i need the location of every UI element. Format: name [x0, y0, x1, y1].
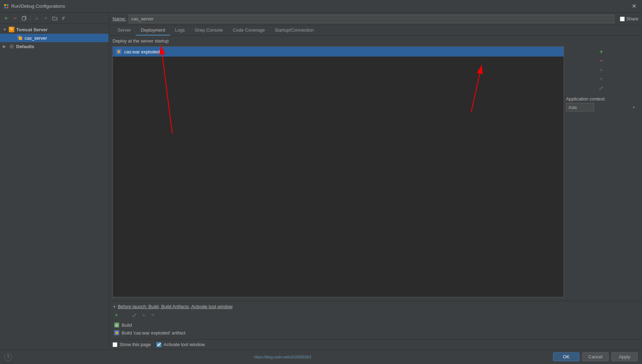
sidebar-item-tomcat-label: Tomcat Server	[16, 27, 106, 32]
sidebar-separator	[30, 15, 31, 21]
app-context-label: Application context:	[566, 96, 636, 102]
move-down-button[interactable]	[42, 14, 50, 22]
build-artifact-icon	[114, 330, 120, 336]
footer: ? https://blog.csdn.net/u010558263 OK Ca…	[0, 349, 642, 364]
sidebar-item-cas-server[interactable]: cas_server	[0, 34, 109, 42]
svg-rect-3	[7, 7, 8, 8]
svg-rect-12	[19, 37, 22, 40]
sidebar: + −	[0, 13, 109, 349]
svg-rect-1	[7, 4, 8, 6]
sidebar-item-cas-label: cas_server	[25, 35, 106, 41]
show-page-label: Show this page	[120, 342, 151, 347]
share-label-text: Share	[626, 16, 638, 21]
move-up-button[interactable]	[33, 14, 40, 22]
defaults-icon	[8, 43, 15, 50]
deploy-item-cas-war[interactable]: cas:war exploded	[113, 47, 564, 57]
sidebar-item-defaults-label: Defaults	[16, 44, 106, 49]
sidebar-item-defaults[interactable]: ▶ Defaults	[0, 42, 109, 51]
content-area: Name: Share Server Deployment Logs Grep …	[109, 13, 642, 349]
bl-add-button[interactable]: +	[113, 311, 120, 319]
war-icon	[116, 48, 122, 55]
share-option: Share	[620, 16, 638, 21]
tab-code-coverage[interactable]: Code Coverage	[228, 25, 270, 35]
tab-startup-connection[interactable]: Startup/Connection	[270, 25, 319, 35]
bl-remove-button[interactable]: −	[122, 311, 129, 319]
footer-url: https://blog.csdn.net/u010558263	[254, 355, 311, 359]
bl-edit-button[interactable]	[131, 311, 139, 319]
before-launch-header: ▼ Before launch: Build, Build Artifacts,…	[113, 304, 638, 309]
config-tree: ▼ T Tomcat Server cas_server	[0, 24, 109, 349]
svg-rect-2	[4, 7, 6, 8]
before-launch-title[interactable]: Before launch: Build, Build Artifacts, A…	[118, 304, 233, 309]
bl-item-artifact-label: Build 'cas:war exploded' artifact	[122, 330, 185, 336]
build-icon: B	[114, 322, 120, 328]
ok-button[interactable]: OK	[553, 352, 579, 361]
bl-down-button[interactable]	[149, 311, 157, 319]
bl-up-button[interactable]	[140, 311, 148, 319]
name-label: Name:	[113, 16, 126, 21]
svg-marker-16	[599, 78, 603, 80]
deploy-down-button[interactable]	[597, 75, 605, 83]
app-context-wrapper: /cas / /app	[566, 103, 636, 111]
svg-marker-15	[599, 69, 603, 71]
deploy-remove-button[interactable]: −	[597, 57, 605, 65]
show-page-checkbox[interactable]	[113, 342, 117, 347]
before-launch-section: ▼ Before launch: Build, Build Artifacts,…	[109, 301, 642, 339]
add-config-button[interactable]: +	[2, 14, 10, 22]
svg-rect-0	[4, 4, 6, 6]
tomcat-expand-arrow: ▼	[3, 27, 8, 32]
tab-grep-console[interactable]: Grep Console	[190, 25, 228, 35]
remove-config-button[interactable]: −	[11, 14, 19, 22]
bottom-options: Show this page Activate tool window	[109, 339, 642, 349]
svg-point-14	[11, 46, 12, 47]
app-context-select[interactable]: /cas / /app	[566, 103, 594, 111]
copy-config-button[interactable]	[20, 14, 28, 22]
tab-content-deployment: Deploy at the server startup cas:	[109, 35, 642, 349]
activate-tool-window-option: Activate tool window	[156, 342, 205, 347]
activate-tool-window-checkbox[interactable]	[156, 342, 161, 347]
cancel-button[interactable]: Cancel	[582, 352, 609, 361]
deploy-item-label: cas:war exploded	[124, 49, 160, 54]
tomcat-icon: T	[8, 26, 15, 33]
name-input[interactable]	[129, 15, 614, 23]
new-folder-button[interactable]	[51, 14, 59, 22]
deployment-list: cas:war exploded	[113, 46, 564, 297]
help-button[interactable]: ?	[4, 353, 12, 361]
name-bar: Name: Share	[109, 13, 642, 25]
deployment-side-buttons: + −	[564, 46, 638, 297]
sidebar-toolbar: + −	[0, 13, 109, 24]
deploy-edit-button[interactable]	[597, 84, 605, 92]
defaults-expand-arrow: ▶	[3, 44, 8, 49]
bl-item-build-label: Build	[122, 323, 132, 328]
svg-marker-6	[35, 17, 38, 19]
close-button[interactable]: ✕	[630, 3, 638, 10]
tabs-bar: Server Deployment Logs Grep Console Code…	[109, 25, 642, 35]
before-launch-expand-icon: ▼	[113, 305, 116, 309]
activate-tool-window-label: Activate tool window	[163, 342, 205, 347]
before-launch-list: B Build Build 'cas:war exploded' artifac…	[113, 321, 638, 337]
cas-server-icon	[17, 35, 23, 41]
svg-marker-18	[151, 314, 155, 317]
tab-server[interactable]: Server	[113, 25, 136, 35]
tab-deployment[interactable]: Deployment	[136, 25, 170, 35]
deploy-add-button[interactable]: +	[597, 48, 605, 56]
sidebar-item-tomcat[interactable]: ▼ T Tomcat Server	[0, 25, 109, 34]
svg-marker-17	[142, 314, 146, 316]
deploy-up-button[interactable]	[597, 66, 605, 74]
apply-button[interactable]: Apply	[611, 352, 638, 361]
before-launch-toolbar: + −	[113, 311, 638, 319]
sort-button[interactable]	[60, 14, 68, 22]
window-icon	[4, 4, 9, 9]
title-bar: Run/Debug Configurations ✕	[0, 0, 642, 13]
tab-logs[interactable]: Logs	[170, 25, 190, 35]
window-title: Run/Debug Configurations	[11, 4, 65, 9]
deploy-at-startup-label: Deploy at the server startup	[109, 35, 642, 46]
share-checkbox[interactable]	[620, 17, 625, 21]
bl-item-build[interactable]: B Build	[114, 321, 638, 329]
svg-text:B: B	[116, 324, 118, 327]
svg-rect-5	[22, 17, 25, 20]
show-page-option: Show this page	[113, 342, 151, 347]
bl-item-build-artifact[interactable]: Build 'cas:war exploded' artifact	[114, 329, 638, 337]
svg-marker-7	[44, 17, 47, 20]
deployment-area: cas:war exploded + −	[109, 46, 642, 301]
